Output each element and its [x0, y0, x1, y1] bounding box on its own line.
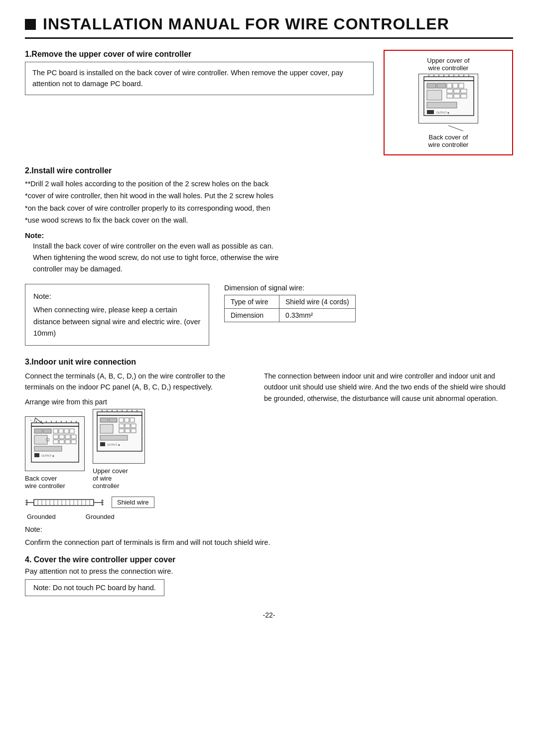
section2-line4: *use wood screws to fix the back cover o… — [25, 215, 513, 226]
arrow-svg — [418, 126, 478, 131]
svg-rect-15 — [459, 83, 464, 88]
svg-rect-11 — [427, 83, 436, 88]
section3: 3.Indoor unit wire connection Connect th… — [25, 358, 513, 546]
table-cell-dim-value: 0.33mm² — [279, 309, 356, 322]
svg-rect-43 — [53, 429, 58, 433]
wire-controller-svg: OUTPUT ◆ — [418, 74, 478, 124]
section2-line1: **Drill 2 wall holes according to the po… — [25, 178, 513, 189]
shield-row: Shield wire — [25, 494, 254, 511]
section4: 4. Cover the wire controller upper cover… — [25, 555, 513, 596]
table-cell-dim-label: Dimension — [225, 309, 279, 322]
svg-rect-77 — [119, 429, 124, 433]
grounded-right-label: Grounded — [86, 513, 115, 520]
svg-rect-14 — [453, 83, 458, 88]
connecting-wire-note-box: Note: When connecting wire, please keep … — [25, 284, 209, 346]
page-title: INSTALLATION MANUAL FOR WIRE CONTROLLER — [43, 15, 449, 33]
note-box-body: When connecting wire, please keep a cert… — [33, 306, 200, 337]
svg-rect-76 — [119, 424, 124, 428]
section3-main: Connect the terminals (A, B, C, D,) on t… — [25, 371, 513, 520]
section1-left: 1.Remove the upper cover of wire control… — [25, 50, 374, 155]
note-box-title: Note: — [33, 290, 201, 302]
section3-note-line: Note: — [25, 525, 513, 533]
svg-rect-82 — [100, 435, 128, 440]
svg-rect-18 — [447, 94, 453, 98]
svg-rect-79 — [125, 429, 130, 433]
title-square-icon — [25, 19, 36, 30]
svg-rect-24 — [427, 110, 434, 114]
middle-row: Note: When connecting wire, please keep … — [25, 284, 513, 346]
section3-para1: Connect the terminals (A, B, C, D,) on t… — [25, 371, 254, 393]
grounded-left-label: Grounded — [27, 513, 56, 520]
section2-line2: *cover of wire controller, then hit wood… — [25, 190, 513, 201]
diagrams-row: ← — [25, 409, 254, 490]
shield-wire-svg — [25, 494, 105, 511]
svg-rect-72 — [119, 418, 124, 422]
svg-rect-45 — [64, 429, 69, 433]
svg-text:←: ← — [29, 418, 33, 422]
svg-rect-20 — [454, 94, 460, 98]
svg-rect-56 — [34, 446, 62, 451]
diagram-label-bottom: Back cover ofwire controller — [428, 133, 469, 148]
svg-line-26 — [448, 126, 463, 131]
shield-section: Shield wire Grounded Grounded — [25, 494, 254, 520]
arrange-label: Arrange wire from this part — [25, 398, 254, 406]
svg-rect-23 — [427, 102, 457, 108]
svg-rect-60 — [97, 412, 142, 415]
table-row: Dimension 0.33mm² — [225, 309, 356, 322]
table-row: Type of wire Shield wire (4 cords) — [225, 295, 356, 309]
svg-rect-52 — [65, 435, 70, 439]
svg-rect-50 — [59, 435, 64, 439]
svg-rect-83 — [100, 442, 105, 446]
section3-heading: 3.Indoor unit wire connection — [25, 358, 513, 367]
dimension-table: Type of wire Shield wire (4 cords) Dimen… — [224, 295, 356, 322]
back-cover-label: Back coverwire controller — [25, 475, 85, 490]
diagram-label-top: Upper cover ofwire controller — [427, 57, 469, 72]
svg-rect-54 — [71, 435, 76, 439]
section1-heading: 1.Remove the upper cover of wire control… — [25, 50, 374, 59]
section2-note: Install the back cover of wire controlle… — [25, 241, 513, 275]
section1-right: Upper cover ofwire controller — [384, 50, 513, 155]
svg-rect-41 — [34, 429, 42, 433]
svg-rect-44 — [59, 429, 63, 433]
svg-rect-73 — [125, 418, 129, 422]
table-cell-type-value: Shield wire (4 cords) — [279, 295, 356, 309]
section2-heading: 2.Install wire controller — [25, 166, 513, 175]
svg-rect-75 — [100, 424, 113, 433]
svg-rect-74 — [130, 418, 134, 422]
svg-rect-57 — [34, 453, 39, 457]
svg-text:OUTPUT ◆: OUTPUT ◆ — [107, 443, 120, 446]
upper-cover-svg: OUTPUT ◆ — [93, 409, 145, 464]
svg-rect-30 — [31, 423, 79, 426]
svg-rect-42 — [43, 429, 51, 433]
svg-rect-55 — [71, 440, 76, 444]
table-cell-type-label: Type of wire — [225, 295, 279, 309]
svg-rect-47 — [34, 435, 47, 444]
section1-box: The PC board is installed on the back co… — [25, 62, 374, 95]
section3-left: Connect the terminals (A, B, C, D,) on t… — [25, 371, 254, 520]
svg-rect-81 — [131, 429, 136, 433]
page-title-bar: INSTALLATION MANUAL FOR WIRE CONTROLLER — [25, 15, 513, 39]
svg-rect-17 — [447, 89, 453, 93]
section4-note-box: Note: Do not touch PC board by hand. — [25, 579, 164, 596]
svg-rect-0 — [424, 77, 474, 81]
svg-rect-90 — [34, 500, 94, 505]
svg-rect-46 — [70, 429, 74, 433]
section2-line3: *on the back cover of wire controller pr… — [25, 203, 513, 214]
svg-rect-48 — [53, 435, 58, 439]
wire-controller-diagram: Upper cover ofwire controller — [392, 57, 505, 148]
page-number: -22- — [25, 611, 513, 619]
back-cover-diag-box: ← — [25, 416, 85, 490]
section2: 2.Install wire controller **Drill 2 wall… — [25, 166, 513, 275]
svg-rect-22 — [461, 94, 467, 98]
section3-right-text: The connection between indoor unit and w… — [264, 371, 513, 404]
section4-para: Pay attention not to press the connectio… — [25, 567, 513, 575]
svg-rect-13 — [447, 83, 452, 88]
dimension-title: Dimension of signal wire: — [224, 284, 513, 292]
shield-wire-label-box: Shield wire — [112, 497, 154, 508]
back-cover-svg: ← — [25, 416, 85, 471]
svg-rect-16 — [427, 90, 442, 100]
section4-heading: 4. Cover the wire controller upper cover — [25, 555, 513, 564]
svg-text:OUTPUT ◆: OUTPUT ◆ — [436, 111, 449, 114]
dimension-area: Dimension of signal wire: Type of wire S… — [224, 284, 513, 322]
svg-rect-19 — [454, 89, 460, 93]
